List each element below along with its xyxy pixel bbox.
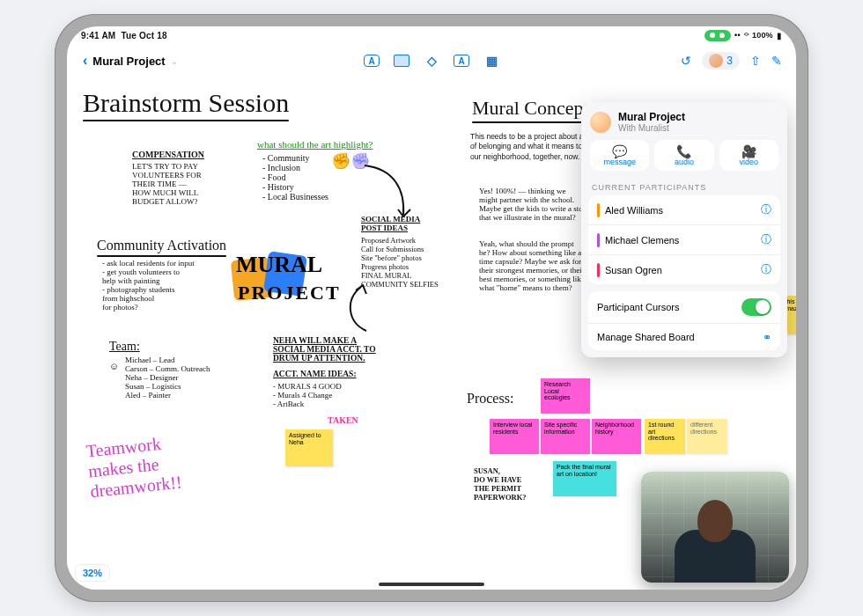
taken-label: TAKEN <box>328 415 358 425</box>
neha-note: NEHA WILL MAKE A SOCIAL MEDIA ACCT. TO D… <box>273 336 376 363</box>
concepts-heading: Mural Concepts <box>472 97 596 123</box>
battery-icon: ▮ <box>777 31 782 40</box>
sm-heading: SOCIAL MEDIA POST IDEAS <box>361 215 420 232</box>
info-icon[interactable]: ⓘ <box>761 262 771 277</box>
back-button[interactable]: ‹ <box>83 53 87 69</box>
sticky-research[interactable]: Research Local ecologies <box>541 378 590 414</box>
camera-active-pill[interactable]: ⏺ <box>704 30 731 41</box>
mural-project-logo: MURAL PROJECT <box>232 250 347 313</box>
participants-section-label: CURRENT PARTICIPANTS <box>581 180 787 195</box>
sticky-tool-icon[interactable] <box>394 55 409 67</box>
fist-icon-orange: ✊ <box>331 151 350 171</box>
info-icon[interactable]: ⓘ <box>761 202 771 217</box>
team-list: Michael – Lead Carson – Comm. Outreach N… <box>125 356 210 400</box>
pip-person <box>671 495 759 583</box>
sticky-neigh[interactable]: Neighborhood history <box>592 419 641 454</box>
title-chevron-icon[interactable]: ⌄ <box>171 56 178 66</box>
cell-signal-icon: •• <box>734 31 741 40</box>
toggle-on-icon[interactable] <box>741 298 771 316</box>
susan-note: SUSAN, DO WE HAVE THE PERMIT PAPERWORK? <box>474 466 553 502</box>
sticky-final[interactable]: Pack the final mural art on location! <box>553 461 616 496</box>
highlight-list: - Community - Inclusion - Food - History… <box>262 153 328 202</box>
compensation-text: LET'S TRY TO PAY VOLUNTEERS FOR THEIR TI… <box>132 162 231 206</box>
message-icon: 💬 <box>590 145 649 158</box>
collaboration-popover: Mural Project With Muralist 💬message 📞au… <box>581 102 787 357</box>
zoom-indicator[interactable]: 32% <box>76 565 109 581</box>
participant-color <box>597 203 600 217</box>
participant-color <box>597 233 600 247</box>
popover-title: Mural Project <box>618 111 685 123</box>
status-date: Tue Oct 18 <box>121 31 166 40</box>
participant-name: Susan Ogren <box>605 265 662 275</box>
board-title[interactable]: Mural Project <box>92 55 165 68</box>
sticky-interview[interactable]: Interview local residents <box>490 419 539 454</box>
video-icon: 🎥 <box>719 145 778 158</box>
sticky-first[interactable]: 1st round art directions <box>645 419 685 454</box>
acct-heading: ACCT. NAME IDEAS: <box>273 370 357 378</box>
highlight-heading: what should the art highlight? <box>257 139 372 150</box>
media-tool-icon[interactable]: ▦ <box>483 55 499 67</box>
compensation-heading: COMPENSATION <box>132 150 204 159</box>
undo-button[interactable]: ↺ <box>681 54 691 68</box>
compose-button[interactable]: ✎ <box>771 54 782 68</box>
participants-list: Aled Williams ⓘ Michael Clemens ⓘ Susan … <box>588 195 780 284</box>
popover-avatar-icon <box>590 112 611 133</box>
teamwork-text: Teamwork makes the dreamwork!! <box>85 432 183 502</box>
sticky-assigned[interactable]: Assigned to Neha <box>285 429 333 466</box>
ipad-screen: 9:41 AM Tue Oct 18 ⏺ •• ⌔ 100% ▮ ‹ Mural… <box>67 26 796 590</box>
audio-button[interactable]: 📞audio <box>654 140 713 171</box>
message-button[interactable]: 💬message <box>590 140 649 171</box>
manage-shared-board-button[interactable]: Manage Shared Board ⚭ <box>588 323 780 350</box>
acct-list: - MURALS 4 GOOD - Murals 4 Change - ArtB… <box>273 382 342 408</box>
arrow-sm-to-neha <box>340 283 375 336</box>
process-heading: Process: <box>467 391 513 407</box>
participant-name: Michael Clemens <box>605 235 679 246</box>
freeform-canvas[interactable]: Brainstorm Session COMPENSATION LET'S TR… <box>67 76 796 590</box>
text-tool-icon[interactable]: A <box>364 55 380 67</box>
community-heading: Community Activation <box>97 238 226 257</box>
status-time: 9:41 AM <box>81 31 115 40</box>
sticky-different[interactable]: different directions <box>687 419 727 454</box>
participant-row[interactable]: Aled Williams ⓘ <box>588 195 780 224</box>
collaboration-button[interactable]: 3 <box>702 52 740 70</box>
home-indicator[interactable] <box>379 583 484 586</box>
collab-avatar-icon <box>709 54 723 68</box>
participant-row[interactable]: Michael Clemens ⓘ <box>588 224 780 254</box>
phone-icon: 📞 <box>654 145 713 158</box>
battery-percent: 100% <box>752 31 773 40</box>
share-button[interactable]: ⇧ <box>750 54 761 68</box>
info-icon[interactable]: ⓘ <box>761 232 771 247</box>
tool-palette: A ◇ A ▦ <box>364 55 499 67</box>
facetime-pip[interactable] <box>641 472 789 583</box>
participant-cursors-toggle[interactable]: Participant Cursors <box>588 291 780 323</box>
sticky-sitespec[interactable]: Site specific information <box>541 419 590 454</box>
participant-color <box>597 263 600 277</box>
smiley-icon: ☺ <box>109 361 119 371</box>
ipad-frame: 9:41 AM Tue Oct 18 ⏺ •• ⌔ 100% ▮ ‹ Mural… <box>55 14 808 602</box>
community-text: - ask local residents for input - get yo… <box>102 259 234 312</box>
sm-list: Proposed Artwork Call for Submissions Si… <box>361 236 439 289</box>
textbox-tool-icon[interactable]: A <box>454 55 469 67</box>
participant-row[interactable]: Susan Ogren ⓘ <box>588 254 780 284</box>
team-heading: Team: <box>109 340 140 354</box>
app-toolbar: ‹ Mural Project ⌄ A ◇ A ▦ ↺ 3 ⇧ ✎ <box>67 48 796 74</box>
participant-name: Aled Williams <box>605 205 663 216</box>
collab-count: 3 <box>727 55 733 67</box>
status-bar: 9:41 AM Tue Oct 18 ⏺ •• ⌔ 100% ▮ <box>67 26 796 44</box>
popover-subtitle: With Muralist <box>618 123 685 133</box>
wifi-icon: ⌔ <box>744 31 749 40</box>
manage-icon: ⚭ <box>763 331 771 343</box>
heading-brainstorm: Brainstorm Session <box>83 88 289 121</box>
shape-tool-icon[interactable]: ◇ <box>424 55 439 67</box>
video-button[interactable]: 🎥video <box>719 140 778 171</box>
